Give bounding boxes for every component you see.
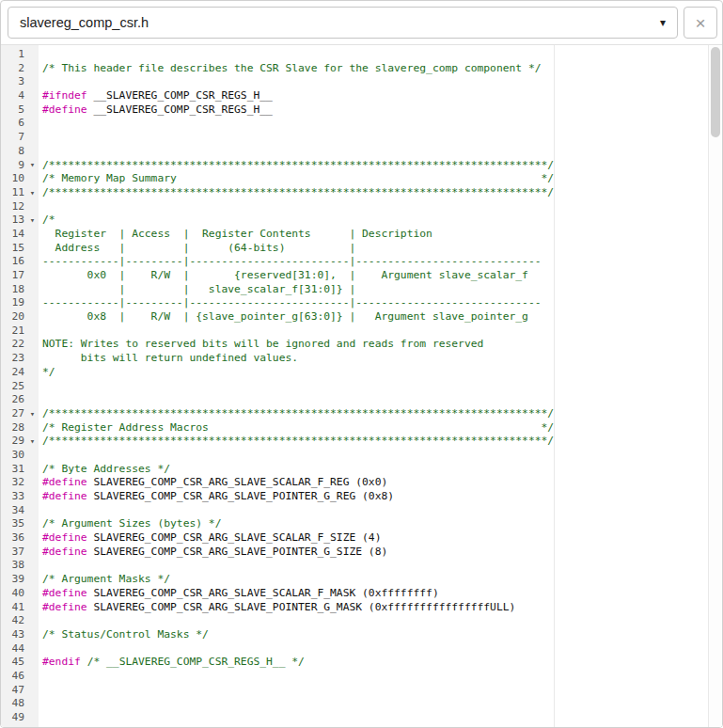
- code-line[interactable]: /***************************************…: [42, 159, 708, 173]
- line-number: 17: [1, 269, 26, 283]
- code-line[interactable]: #define __SLAVEREG_COMP_CSR_REGS_H__: [42, 103, 708, 118]
- code-line[interactable]: #ifndef __SLAVEREG_COMP_CSR_REGS_H__: [42, 89, 708, 103]
- code-line[interactable]: /***************************************…: [42, 407, 708, 421]
- code-line[interactable]: /* Argument Masks */: [42, 573, 708, 587]
- code-line[interactable]: [42, 75, 708, 89]
- code-line[interactable]: 0x0 | R/W | {reserved[31:0], | Argument …: [42, 269, 708, 283]
- code-line[interactable]: [42, 324, 708, 339]
- line-number: 19: [1, 296, 26, 310]
- code-token-plain: SLAVEREG_COMP_CSR_ARG_SLAVE_POINTER_G_RE…: [87, 490, 394, 502]
- fold-toggle-icon[interactable]: ▾: [26, 161, 39, 169]
- code-token-directive: #define: [42, 103, 87, 116]
- code-token-comment: NOTE: Writes to reserved bits will be ig…: [42, 338, 483, 350]
- code-line[interactable]: [42, 642, 708, 657]
- line-number: 35: [1, 517, 26, 531]
- gutter-line: 42: [1, 614, 39, 628]
- code-line[interactable]: #define SLAVEREG_COMP_CSR_ARG_SLAVE_SCAL…: [42, 476, 708, 490]
- fold-toggle-icon[interactable]: ▾: [26, 189, 39, 198]
- gutter-line: 24: [1, 366, 39, 380]
- fold-toggle-icon[interactable]: ▾: [26, 437, 39, 446]
- gutter-line: 2: [1, 62, 39, 76]
- code-pane[interactable]: /* This header file describes the CSR Sl…: [39, 45, 708, 727]
- code-line[interactable]: [42, 131, 708, 145]
- code-line[interactable]: /* Register Address Macros */: [42, 421, 708, 435]
- gutter-line: 38: [1, 559, 39, 573]
- code-line[interactable]: [42, 697, 708, 711]
- code-line[interactable]: [42, 449, 708, 463]
- gutter-line: 10: [1, 172, 39, 186]
- fold-toggle-icon[interactable]: ▾: [26, 410, 39, 419]
- code-line[interactable]: [42, 670, 708, 684]
- code-line[interactable]: /* Memory Map Summary */: [42, 172, 708, 186]
- code-line[interactable]: 0x8 | R/W | {slave_pointer_g[63:0]} | Ar…: [42, 310, 708, 324]
- code-token-comment: /*: [42, 214, 55, 226]
- line-number: 49: [1, 711, 26, 725]
- gutter-line: 45: [1, 656, 39, 670]
- code-line[interactable]: ------------|---------|-----------------…: [42, 255, 708, 269]
- code-line[interactable]: [42, 380, 708, 394]
- code-line[interactable]: */: [42, 366, 708, 380]
- code-line[interactable]: [42, 559, 708, 573]
- code-line[interactable]: [42, 145, 708, 159]
- code-line[interactable]: [42, 711, 708, 725]
- line-number: 27: [1, 407, 26, 421]
- line-number: 30: [1, 449, 26, 463]
- code-token-plain: __SLAVEREG_COMP_CSR_REGS_H__: [87, 89, 273, 102]
- code-line[interactable]: ------------|---------|-----------------…: [42, 296, 708, 310]
- selected-file-name: slavereg_comp_csr.h: [20, 15, 149, 30]
- line-number: 29: [1, 435, 26, 449]
- fold-toggle-icon[interactable]: ▾: [26, 216, 39, 225]
- code-line[interactable]: [42, 614, 708, 628]
- code-token-plain: [81, 656, 87, 668]
- code-line[interactable]: [42, 48, 708, 62]
- gutter-line: 48: [1, 697, 39, 711]
- line-number: 33: [1, 490, 26, 504]
- code-line[interactable]: /* Byte Addresses */: [42, 463, 708, 477]
- line-number: 1: [1, 48, 26, 62]
- code-content: /* This header file describes the CSR Sl…: [42, 48, 708, 725]
- gutter-line: 31: [1, 463, 39, 477]
- gutter-line: 23: [1, 352, 39, 366]
- code-line[interactable]: | | slave_scalar_f[31:0]} |: [42, 283, 708, 297]
- code-line[interactable]: Address | | (64-bits) |: [42, 242, 708, 256]
- gutter-line: 22: [1, 338, 39, 352]
- code-line[interactable]: [42, 393, 708, 407]
- code-line[interactable]: #define SLAVEREG_COMP_CSR_ARG_SLAVE_POIN…: [42, 601, 708, 615]
- code-line[interactable]: NOTE: Writes to reserved bits will be ig…: [42, 338, 708, 352]
- vertical-scrollbar[interactable]: [708, 45, 722, 727]
- code-line[interactable]: [42, 200, 708, 214]
- gutter-line: 30: [1, 449, 39, 463]
- code-line[interactable]: /***************************************…: [42, 435, 708, 449]
- line-number: 18: [1, 283, 26, 297]
- line-number: 38: [1, 559, 26, 573]
- code-line[interactable]: #define SLAVEREG_COMP_CSR_ARG_SLAVE_SCAL…: [42, 587, 708, 601]
- code-line[interactable]: /***************************************…: [42, 186, 708, 200]
- close-button[interactable]: ×: [684, 7, 717, 39]
- code-line[interactable]: [42, 684, 708, 698]
- code-line[interactable]: #define SLAVEREG_COMP_CSR_ARG_SLAVE_POIN…: [42, 490, 708, 504]
- code-token-comment: /* Byte Addresses */: [42, 463, 170, 475]
- code-line[interactable]: [42, 117, 708, 131]
- gutter-line: 18: [1, 283, 39, 297]
- code-line[interactable]: Register | Access | Register Contents | …: [42, 228, 708, 242]
- code-line[interactable]: /* Argument Sizes (bytes) */: [42, 517, 708, 531]
- code-line[interactable]: [42, 504, 708, 518]
- code-token-directive: #define: [42, 490, 87, 502]
- line-number: 4: [1, 89, 26, 103]
- code-token-plain: SLAVEREG_COMP_CSR_ARG_SLAVE_SCALAR_F_MAS…: [87, 587, 439, 599]
- code-line[interactable]: #define SLAVEREG_COMP_CSR_ARG_SLAVE_POIN…: [42, 546, 708, 560]
- line-number: 43: [1, 628, 26, 642]
- code-line[interactable]: /* This header file describes the CSR Sl…: [42, 62, 708, 76]
- gutter-line: 47: [1, 684, 39, 698]
- line-number: 10: [1, 172, 26, 186]
- code-line[interactable]: /*: [42, 214, 708, 228]
- gutter-line: 7: [1, 131, 39, 145]
- line-number: 42: [1, 614, 26, 628]
- scrollbar-thumb[interactable]: [711, 47, 720, 137]
- code-line[interactable]: #define SLAVEREG_COMP_CSR_ARG_SLAVE_SCAL…: [42, 531, 708, 546]
- code-line[interactable]: /* Status/Control Masks */: [42, 628, 708, 642]
- file-selector-dropdown[interactable]: slavereg_comp_csr.h ▾: [8, 7, 678, 39]
- code-line[interactable]: bits will return undefined values.: [42, 352, 708, 366]
- code-line[interactable]: #endif /* __SLAVEREG_COMP_CSR_REGS_H__ *…: [42, 656, 708, 670]
- code-editor[interactable]: 123456789▾1011▾1213▾14151617181920212223…: [1, 44, 722, 727]
